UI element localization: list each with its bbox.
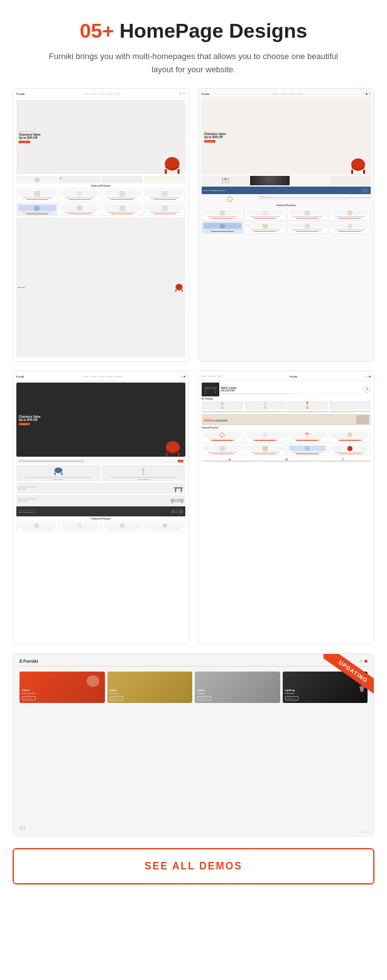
demo-preview-5: UPDATING Furniki [13,654,374,836]
demo-mockup-4: Home products Blog Furnki [199,371,374,644]
demo-mockup-3: Furnki CLEARANCE SALE Clearance SalesUp … [13,371,188,644]
demo-card-3[interactable]: Furnki CLEARANCE SALE Clearance SalesUp … [13,371,189,645]
cat-chairs: Chairs & Ottoman Sets Explore it → [19,672,105,703]
svg-rect-42 [205,389,207,394]
mock-logo: Furniki [16,92,25,95]
demos-grid: Furniki CLEARANCE SALE Clearance SalesUp… [13,88,374,645]
demo-card-4[interactable]: Home products Blog Furnki [198,371,374,645]
cat-lighting-btn: Explore it → [285,696,299,700]
mock-logo-5: Furniki [19,659,38,663]
mock-hero-text: CLEARANCE SALE Clearance SalesUp to 30% … [19,131,41,144]
svg-point-14 [222,182,224,183]
demo-preview-4: Home products Blog Furnki [199,371,374,644]
cat-tables: Tables & Desks Explore it → [195,672,280,703]
svg-point-15 [224,182,226,183]
svg-point-16 [227,182,229,183]
svg-rect-30 [174,487,183,488]
svg-point-49 [264,402,266,405]
footer-text: ©Furniki. All rights reserved. [354,831,370,832]
svg-rect-35 [180,499,183,502]
svg-rect-26 [54,472,55,475]
demo-preview-3: Furnki CLEARANCE SALE Clearance SalesUp … [13,371,188,644]
cat-lighting-sub: & Electrical [285,692,299,695]
featured-label: Featured Products [16,185,185,187]
updating-badge: UPDATING [324,654,374,697]
svg-rect-52 [306,402,308,403]
cat-chairs-btn: Explore it → [22,696,36,700]
mock-nav-2 [272,94,303,95]
svg-rect-7 [351,170,353,174]
svg-point-25 [54,467,62,473]
svg-rect-41 [204,387,216,388]
svg-rect-43 [214,389,215,394]
mock-logo-2: Furnki [202,92,209,95]
svg-rect-23 [166,452,168,457]
svg-rect-24 [178,452,180,457]
demo-preview-1: Furniki CLEARANCE SALE Clearance SalesUp… [13,89,188,361]
demo-card-2[interactable]: Furnki CLEARANCE SALE Clearance SalesUp … [198,88,374,362]
cat-sofas: Sofas & Couches Explore it → [107,672,193,703]
svg-rect-40 [180,509,183,513]
svg-rect-8 [363,170,365,174]
mock-header-3: Furnki [16,375,185,381]
svg-rect-32 [181,488,182,492]
see-all-demos-label: SEE ALL DEMOS [144,861,243,872]
svg-rect-31 [175,488,177,492]
mock-hero-text-2: CLEARANCE SALE Clearance SalesUp to 30% … [204,131,226,143]
demo-card-5[interactable]: UPDATING Furniki [13,653,374,837]
svg-point-3 [175,283,182,290]
svg-rect-1 [165,169,166,173]
cat-sofas-btn: Explore it → [110,696,124,700]
svg-point-67 [86,675,99,687]
demo-card-1[interactable]: Furniki CLEARANCE SALE Clearance SalesUp… [13,88,189,362]
cat-tables-btn: Explore it → [197,696,211,700]
page-number: 01 [19,825,26,831]
see-all-demos-button[interactable]: SEE ALL DEMOS [13,848,374,885]
cat-sofas-sub: & Couches [110,692,124,695]
title-rest: HomePage Designs [114,19,307,42]
svg-rect-37 [182,502,183,503]
svg-rect-27 [61,472,62,475]
demo-mockup-5: Furniki Chairs & Ottoman Sets Explore it… [13,654,374,836]
page-title: 05+ HomePage Designs [43,19,344,43]
cat-tables-sub: & Desks [197,692,211,695]
demo-preview-2: Furnki CLEARANCE SALE Clearance SalesUp … [199,89,374,361]
svg-rect-36 [172,502,173,503]
svg-rect-4 [175,290,177,291]
mock-header-2: Furnki [202,92,371,98]
cat-chairs-sub: & Ottoman Sets [22,692,36,695]
mock-categories: Chairs & Ottoman Sets Explore it → [19,672,368,703]
page-subtitle: Furniki brings you with multi-homepages … [43,50,344,77]
title-accent: 05+ [80,19,114,42]
svg-point-54 [307,408,308,409]
demo-mockup-1: Furniki CLEARANCE SALE Clearance SalesUp… [13,89,188,361]
svg-rect-34 [171,499,174,502]
svg-rect-2 [178,169,180,173]
mock-hero-dark-text: CLEARANCE SALE Clearance SalesUp to 30% … [19,414,41,426]
mock-logo-3: Furnki [16,375,24,378]
demo-mockup-2: Furnki CLEARANCE SALE Clearance SalesUp … [199,89,374,361]
mock-nav [82,94,121,95]
svg-rect-39 [172,509,175,513]
mock-header: Furniki [16,92,185,98]
svg-rect-5 [182,290,183,291]
header-section: 05+ HomePage Designs Furniki brings you … [43,19,344,77]
mock-logo-4: Furnki [290,375,297,378]
mock-header-4: Home products Blog Furnki [202,375,371,381]
mock-header-5: Furniki [19,659,368,667]
mock-nav-3 [83,376,122,378]
